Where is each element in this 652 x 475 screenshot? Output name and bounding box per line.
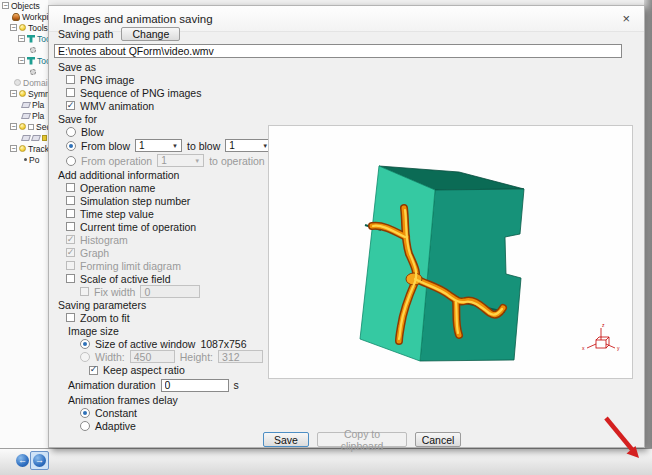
constant-label: Constant [95, 407, 137, 419]
tree-item-label: Pla [32, 111, 44, 121]
to-blow-select[interactable]: 1▼ [225, 139, 272, 152]
scale-active-field-checkbox[interactable] [66, 274, 75, 283]
wmv-animation-checkbox[interactable] [66, 101, 75, 110]
from-blow-value: 1 [139, 140, 145, 151]
histogram-label: Histogram [80, 234, 128, 246]
plane-icon [21, 102, 31, 108]
gear-icon [30, 69, 36, 75]
graph-checkbox [66, 248, 75, 257]
keep-aspect-ratio-checkbox[interactable] [89, 366, 98, 375]
png-image-checkbox[interactable] [66, 75, 75, 84]
save-button[interactable]: Save [263, 432, 309, 447]
collapse-icon[interactable] [18, 57, 25, 64]
blow-label: Blow [81, 126, 104, 138]
svg-text:y: y [617, 345, 620, 351]
from-operation-select: 1▼ [157, 154, 204, 167]
visibility-bulb-icon[interactable] [19, 123, 26, 130]
tool-icon [27, 35, 35, 43]
close-icon[interactable]: × [618, 11, 634, 26]
tree-item-section-planes[interactable] [0, 132, 48, 143]
saving-parameters-header: Saving parameters [58, 299, 146, 311]
history-forward-button[interactable] [33, 454, 46, 467]
tree-item-label: Domai [23, 78, 48, 88]
tree-item-tracking[interactable]: Trackin [0, 143, 48, 154]
tree-item-plane-2[interactable]: Pla [0, 110, 48, 121]
app-edge-strip [644, 0, 652, 448]
visibility-bulb-icon[interactable] [19, 145, 26, 152]
collapse-icon[interactable] [10, 123, 17, 130]
tree-item-tool-1-drive[interactable] [0, 44, 48, 55]
visibility-bulb-icon[interactable] [19, 90, 26, 97]
images-animation-saving-dialog: Images and animation saving × Saving pat… [48, 5, 645, 448]
collapse-icon[interactable] [2, 2, 9, 9]
tree-item-tool-1[interactable]: Too [0, 33, 48, 44]
adaptive-radio[interactable] [80, 421, 90, 431]
tree-item-tools[interactable]: Tools [0, 22, 48, 33]
png-image-label: PNG image [80, 74, 134, 86]
saving-path-label: Saving path [58, 28, 113, 40]
custom-size-radio[interactable] [80, 352, 90, 362]
svg-text:x: x [582, 345, 585, 351]
section-checkbox-icon[interactable] [28, 124, 34, 130]
from-blow-select[interactable]: 1▼ [135, 139, 182, 152]
tree-item-domains[interactable]: Domai [0, 77, 48, 88]
histogram-checkbox [66, 235, 75, 244]
dialog-title: Images and animation saving [63, 13, 618, 25]
graph-label: Graph [80, 247, 109, 259]
to-blow-value: 1 [229, 140, 235, 151]
fix-width-label: Fix width [94, 286, 135, 298]
adaptive-label: Adaptive [95, 420, 136, 432]
current-time-label: Current time of operation [80, 221, 196, 233]
tool-icon [27, 57, 35, 65]
image-size-header: Image size [68, 325, 119, 337]
blow-radio[interactable] [66, 127, 76, 137]
tree-item-section[interactable]: Sect [0, 121, 48, 132]
time-step-label: Time step value [80, 208, 154, 220]
save-for-header: Save for [58, 113, 97, 125]
png-sequence-checkbox[interactable] [66, 88, 75, 97]
gear-icon [30, 47, 36, 53]
from-blow-radio[interactable] [66, 141, 76, 151]
saving-path-input[interactable] [54, 44, 622, 58]
frames-delay-header: Animation frames delay [68, 394, 178, 406]
size-active-window-label: Size of active window [95, 338, 195, 350]
animation-duration-input[interactable] [161, 379, 229, 392]
operation-name-checkbox[interactable] [66, 183, 75, 192]
fix-width-checkbox [80, 287, 89, 296]
size-active-window-radio[interactable] [80, 339, 90, 349]
time-step-checkbox[interactable] [66, 209, 75, 218]
tree-item-symmetry[interactable]: Symme [0, 88, 48, 99]
forming-limit-checkbox [66, 261, 75, 270]
simulation-step-label: Simulation step number [80, 195, 190, 207]
tree-item-label: Objects [11, 1, 40, 11]
zoom-to-fit-checkbox[interactable] [66, 313, 75, 322]
from-blow-label: From blow [81, 140, 130, 152]
collapse-icon[interactable] [10, 145, 17, 152]
from-operation-radio[interactable] [66, 156, 76, 166]
cancel-button[interactable]: Cancel [415, 432, 461, 447]
to-blow-label: to blow [187, 140, 220, 152]
tree-item-plane-1[interactable]: Pla [0, 99, 48, 110]
fix-width-input [140, 285, 200, 298]
visibility-bulb-icon[interactable] [19, 24, 26, 31]
height-input [218, 350, 263, 363]
animation-duration-label: Animation duration [68, 379, 156, 391]
tree-item-points[interactable]: Po [0, 154, 48, 165]
change-path-button[interactable]: Change [121, 27, 180, 41]
png-sequence-label: Sequence of PNG images [80, 87, 201, 99]
collapse-icon[interactable] [10, 90, 17, 97]
chevron-down-icon: ▼ [172, 143, 178, 149]
current-time-checkbox[interactable] [66, 222, 75, 231]
tree-item-tool-2-drive[interactable] [0, 66, 48, 77]
tree-item-objects[interactable]: Objects [0, 0, 48, 11]
simulation-step-checkbox[interactable] [66, 196, 75, 205]
collapse-icon[interactable] [10, 24, 17, 31]
visibility-bulb-icon[interactable] [14, 79, 21, 86]
height-label: Height: [180, 351, 213, 363]
tree-item-workpiece[interactable]: Workpi [0, 11, 48, 22]
tree-item-tool-2[interactable]: Too [0, 55, 48, 66]
collapse-icon[interactable] [18, 35, 25, 42]
history-back-button[interactable] [16, 454, 29, 467]
constant-radio[interactable] [80, 408, 90, 418]
tree-item-label: Too [37, 34, 48, 44]
